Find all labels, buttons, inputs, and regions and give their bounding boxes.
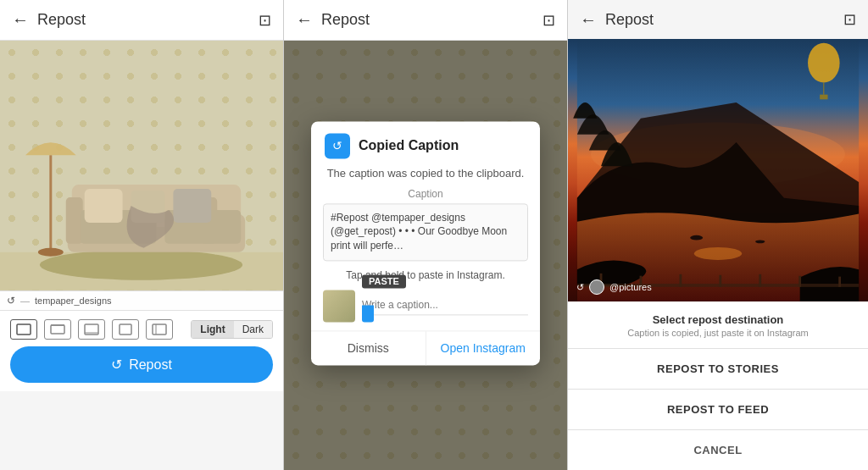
back-button[interactable]: ← xyxy=(12,10,29,30)
panel2-header: ← Repost ⊡ xyxy=(284,0,567,41)
paste-label: PASTE xyxy=(362,274,406,288)
svg-point-1 xyxy=(40,250,242,280)
svg-point-27 xyxy=(690,235,703,241)
app-icon-symbol: ↺ xyxy=(332,139,342,152)
copied-caption-dialog: ↺ Copied Caption The caption was copied … xyxy=(311,121,540,365)
svg-point-23 xyxy=(694,247,742,260)
frame-btn-5[interactable] xyxy=(146,319,173,340)
panel1-image-area xyxy=(0,41,283,290)
panel3-header-left: ← Repost xyxy=(580,10,654,30)
theme-dark-btn[interactable]: Dark xyxy=(234,321,272,338)
panel2-title: Repost xyxy=(321,11,370,29)
svg-rect-26 xyxy=(820,95,827,100)
panel3-title: Repost xyxy=(605,11,654,29)
dialog-instagram-row: PASTE xyxy=(323,290,528,322)
dialog-paste-hint: Tap and hold to paste in Instagram. xyxy=(311,269,540,290)
sunset-background xyxy=(568,39,868,301)
app-icon: ↺ xyxy=(325,133,350,158)
panel3-username: @pictures xyxy=(609,282,652,292)
dialog-actions: Dismiss Open Instagram xyxy=(311,330,540,365)
panel2-export-icon[interactable]: ⊡ xyxy=(542,11,555,30)
dialog-caption-text: #Repost @tempaper_designs (@get_repost) … xyxy=(323,203,528,261)
sofa-svg xyxy=(0,121,283,290)
repost-icon-btn: ↺ xyxy=(111,357,122,373)
panel1-header: ← Repost ⊡ xyxy=(0,0,283,41)
panel1-bottom-controls: Light Dark ↺ Repost xyxy=(0,310,283,391)
sunset-svg xyxy=(568,39,868,301)
panel3-actions: Select repost destination Caption is cop… xyxy=(568,301,868,470)
export-icon[interactable]: ⊡ xyxy=(259,11,271,30)
repost-icon-p3: ↺ xyxy=(576,282,584,293)
panel2-content-area: ↺ Copied Caption The caption was copied … xyxy=(284,41,567,470)
caption-input[interactable] xyxy=(362,296,528,316)
destination-subtitle: Caption is copied, just paste it on Inst… xyxy=(568,328,868,348)
panel3-export-icon[interactable]: ⊡ xyxy=(843,10,856,29)
svg-point-28 xyxy=(755,241,765,244)
dialog-title: Copied Caption xyxy=(359,138,459,153)
instagram-thumbnail xyxy=(323,290,355,322)
svg-point-24 xyxy=(808,43,840,83)
dialog-header: ↺ Copied Caption xyxy=(311,121,540,163)
caption-dash: — xyxy=(20,296,30,306)
frame-btn-1[interactable] xyxy=(10,319,37,340)
frame-btn-4[interactable] xyxy=(112,319,139,340)
theme-light-btn[interactable]: Light xyxy=(192,321,233,338)
panel-repost-3: ← Repost ⊡ xyxy=(568,0,868,470)
destination-title: Select repost destination xyxy=(568,301,868,328)
paste-cursor xyxy=(362,305,374,322)
panel1-title: Repost xyxy=(37,11,86,29)
panel-repost-2: ← Repost ⊡ ↺ Copied Caption The caption … xyxy=(284,0,568,470)
repost-button[interactable]: ↺ Repost xyxy=(10,346,273,383)
repost-icon-small: ↺ xyxy=(7,295,15,307)
svg-rect-12 xyxy=(173,189,211,223)
repost-badge: ↺ xyxy=(576,282,584,293)
panel1-caption-bar: ↺ — tempaper_designs xyxy=(0,290,283,310)
caption-text-content: #Repost @tempaper_designs (@get_repost) … xyxy=(331,212,507,252)
panel2-header-left: ← Repost xyxy=(296,10,370,30)
cancel-button[interactable]: CANCEL xyxy=(568,430,868,470)
panel2-back-button[interactable]: ← xyxy=(296,10,313,30)
theme-toggle: Light Dark xyxy=(191,320,273,339)
panel3-sunset-image: ↺ @pictures xyxy=(568,39,868,301)
dismiss-button[interactable]: Dismiss xyxy=(311,331,426,365)
svg-rect-18 xyxy=(120,324,131,335)
frame-btn-3[interactable] xyxy=(78,319,105,340)
panel3-image-info: ↺ @pictures xyxy=(576,279,652,295)
frame-buttons-row: Light Dark xyxy=(10,319,273,340)
panel-repost-1: ← Repost ⊡ xyxy=(0,0,284,470)
panel3-back-button[interactable]: ← xyxy=(580,10,597,30)
svg-rect-13 xyxy=(17,324,31,335)
frame-btn-2[interactable] xyxy=(44,319,71,340)
repost-to-feed-button[interactable]: REPOST TO FEED xyxy=(568,390,868,429)
repost-button-label: Repost xyxy=(129,357,172,373)
svg-rect-10 xyxy=(85,189,123,223)
panel3-header: ← Repost ⊡ xyxy=(568,0,868,39)
svg-point-3 xyxy=(38,248,64,257)
svg-rect-19 xyxy=(153,324,166,335)
open-instagram-button[interactable]: Open Instagram xyxy=(426,331,541,365)
dialog-message: The caption was copied to the clipboard. xyxy=(311,163,540,188)
dialog-caption-label: Caption xyxy=(311,188,540,203)
header-left: ← Repost xyxy=(12,10,86,30)
user-avatar xyxy=(589,279,604,295)
caption-username: tempaper_designs xyxy=(35,296,112,306)
repost-to-stories-button[interactable]: REPOST TO STORIES xyxy=(568,349,868,389)
svg-rect-14 xyxy=(51,325,64,334)
